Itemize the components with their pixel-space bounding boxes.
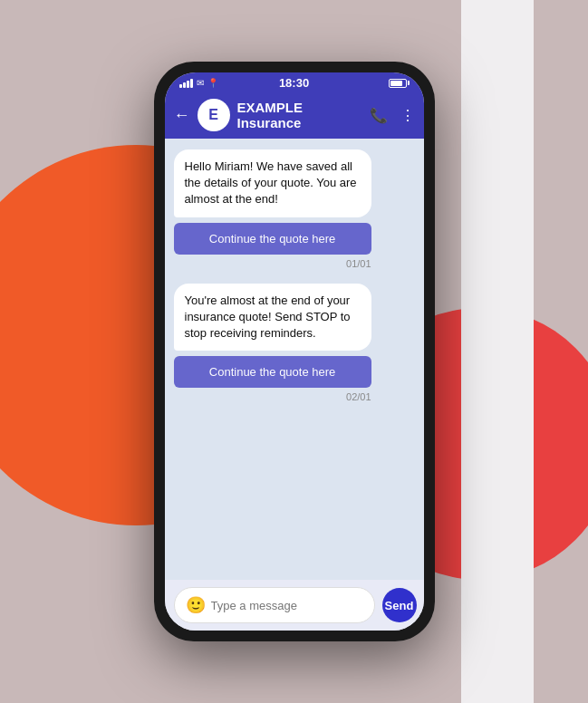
- emoji-icon[interactable]: 🙂: [186, 595, 206, 615]
- status-time: 18:30: [279, 76, 309, 90]
- message-text-2: You're almost at the end of your insuran…: [174, 284, 371, 352]
- cta-button-2[interactable]: Continue the quote here: [174, 356, 371, 388]
- message-item: Hello Miriam! We have saved all the deta…: [174, 149, 371, 269]
- signal-icon: [179, 79, 193, 88]
- background-white-bar: [461, 0, 534, 703]
- message-input[interactable]: [211, 599, 363, 612]
- phone-frame: ✉ 📍 18:30 ← E EXAMPLE Insurance 📞 ⋮: [154, 62, 435, 641]
- envelope-icon: ✉: [197, 78, 204, 88]
- messages-area: Hello Miriam! We have saved all the deta…: [165, 139, 424, 580]
- status-bar: ✉ 📍 18:30: [165, 72, 424, 91]
- input-bar: 🙂 Send: [165, 580, 424, 631]
- chat-header: ← E EXAMPLE Insurance 📞 ⋮: [165, 91, 424, 139]
- more-options-icon[interactable]: ⋮: [400, 107, 415, 124]
- status-left: ✉ 📍: [179, 78, 218, 88]
- phone-screen: ✉ 📍 18:30 ← E EXAMPLE Insurance 📞 ⋮: [165, 72, 424, 631]
- send-button[interactable]: Send: [382, 588, 417, 622]
- message-text-1: Hello Miriam! We have saved all the deta…: [174, 149, 371, 217]
- location-icon: 📍: [207, 78, 218, 88]
- battery-icon: [389, 79, 410, 88]
- contact-name: EXAMPLE Insurance: [237, 100, 362, 130]
- message-item: You're almost at the end of your insuran…: [174, 284, 371, 403]
- back-button[interactable]: ←: [174, 106, 190, 125]
- phone-call-icon[interactable]: 📞: [370, 107, 388, 124]
- status-right: [389, 79, 410, 88]
- contact-avatar: E: [198, 99, 230, 131]
- message-input-wrap: 🙂: [174, 587, 375, 623]
- message-time-1: 01/01: [346, 258, 371, 269]
- header-actions: 📞 ⋮: [370, 107, 415, 124]
- cta-button-1[interactable]: Continue the quote here: [174, 223, 371, 255]
- message-time-2: 02/01: [346, 391, 371, 402]
